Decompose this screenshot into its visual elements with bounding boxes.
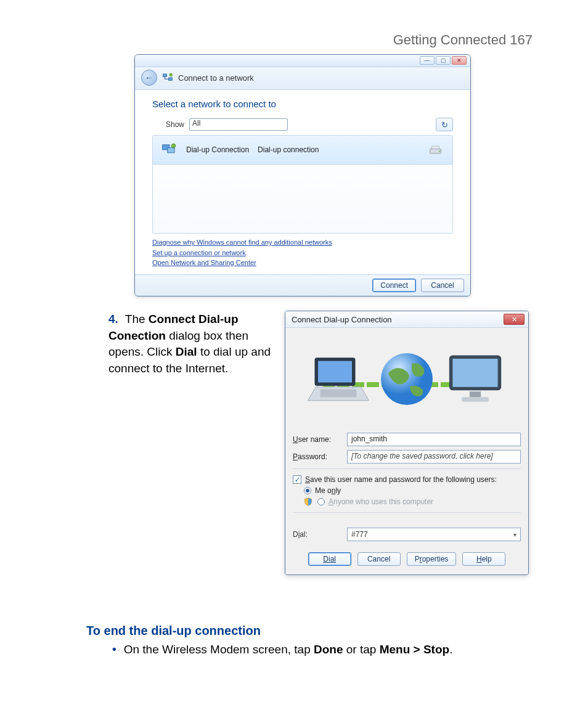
svg-rect-1 <box>169 78 173 81</box>
close-button[interactable]: ✕ <box>452 56 467 65</box>
save-label: Save this user name and password for the… <box>305 475 497 484</box>
computers-icon <box>161 142 178 158</box>
password-label: Password: <box>293 452 341 461</box>
save-checkbox[interactable]: ✓ <box>293 475 301 484</box>
svg-point-2 <box>169 73 173 76</box>
divider <box>293 468 521 469</box>
maximize-button[interactable]: ▢ <box>436 56 451 65</box>
page-header: Getting Connected 167 <box>393 32 533 48</box>
modem-icon <box>429 143 444 157</box>
dial-button[interactable]: Dial <box>308 552 351 566</box>
window-title: Connect to a network <box>178 73 254 83</box>
monitor-icon <box>441 348 509 410</box>
anyone-radio <box>317 498 325 505</box>
svg-rect-10 <box>318 361 352 383</box>
network-list: Dial-up Connection Dial-up connection <box>152 135 453 234</box>
network-type: Dial-up connection <box>258 145 319 154</box>
window-footer: Connect Cancel <box>135 274 470 296</box>
username-field[interactable]: john_smith <box>347 433 521 446</box>
help-links: Diagnose why Windows cannot find any add… <box>152 234 453 269</box>
connect-network-window: — ▢ ✕ ← Connect to a network Select a ne… <box>134 54 471 296</box>
end-text: On the Wireless Modem screen, tap Done o… <box>124 643 453 656</box>
dialog-hero <box>285 328 528 427</box>
svg-rect-4 <box>168 148 174 153</box>
password-field[interactable]: [To change the saved password, click her… <box>347 450 521 464</box>
globe-icon <box>376 348 438 410</box>
end-heading: To end the dial-up connection <box>86 624 542 638</box>
end-section: To end the dial-up connection • On the W… <box>86 624 542 656</box>
dialog-title: Connect Dial-up Connection <box>292 315 392 324</box>
svg-point-5 <box>171 144 176 148</box>
dial-combobox[interactable]: #777 ▾ <box>347 528 521 541</box>
svg-rect-17 <box>462 397 489 401</box>
svg-rect-0 <box>163 74 167 77</box>
setup-link[interactable]: Set up a connection or network <box>152 248 453 258</box>
dialog-close-button[interactable]: ✕ <box>504 314 525 325</box>
bullet-dot: • <box>112 643 116 656</box>
dial-label: Dial: <box>293 530 341 539</box>
show-label: Show <box>152 120 184 129</box>
laptop-icon <box>304 348 372 410</box>
svg-rect-7 <box>432 146 439 149</box>
help-button[interactable]: Help <box>462 552 505 566</box>
dialog-footer: Dial Cancel Properties Help <box>285 546 528 574</box>
window-toolbar: ← Connect to a network <box>135 67 470 90</box>
divider <box>293 512 521 513</box>
chevron-down-icon: ▾ <box>513 531 517 538</box>
show-select[interactable]: All <box>189 118 288 131</box>
minimize-button[interactable]: — <box>420 56 435 65</box>
svg-point-8 <box>439 150 440 152</box>
cancel-button[interactable]: Cancel <box>421 279 464 292</box>
svg-rect-16 <box>470 391 481 397</box>
dialog-titlebar: Connect Dial-up Connection ✕ <box>285 311 528 328</box>
username-label: User name: <box>293 435 341 444</box>
dial-value: #777 <box>351 530 368 539</box>
step-number: 4. <box>108 312 118 325</box>
connect-button[interactable]: Connect <box>372 279 416 292</box>
step-text-pre: The <box>125 312 149 325</box>
refresh-button[interactable]: ↻ <box>436 118 453 131</box>
step-text-bold2: Dial <box>176 345 197 358</box>
svg-rect-12 <box>321 390 357 398</box>
cancel-button[interactable]: Cancel <box>357 552 401 566</box>
diagnose-link[interactable]: Diagnose why Windows cannot find any add… <box>152 237 453 248</box>
dialup-dialog: Connect Dial-up Connection ✕ <box>285 311 529 575</box>
step-4-text: 4. The Connect Dial-up Conection dialog … <box>108 311 280 377</box>
svg-rect-15 <box>452 359 497 387</box>
window-chrome: — ▢ ✕ <box>135 55 470 67</box>
network-item[interactable]: Dial-up Connection Dial-up connection <box>153 136 452 165</box>
properties-button[interactable]: Properties <box>407 552 457 566</box>
shield-icon <box>304 497 312 506</box>
sharing-center-link[interactable]: Open Network and Sharing Center <box>152 258 453 268</box>
prompt-text: Select a network to connect to <box>152 99 453 109</box>
network-icon <box>162 72 173 83</box>
anyone-label: Anyone who uses this computer <box>329 497 433 506</box>
network-name: Dial-up Connection <box>186 145 249 154</box>
me-only-label: Me only <box>315 486 341 495</box>
me-only-radio[interactable] <box>304 487 311 494</box>
back-button[interactable]: ← <box>141 70 157 86</box>
